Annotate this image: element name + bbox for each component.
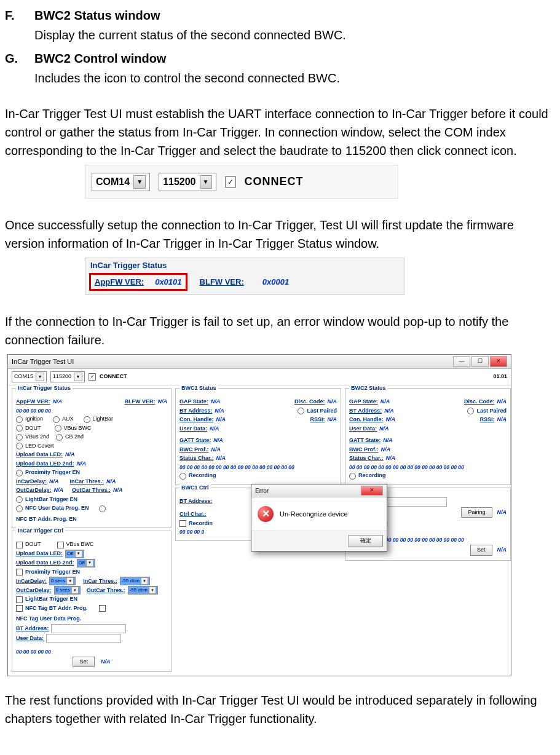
chevron-down-icon[interactable]: ▼ [75,550,82,558]
bwc1-status-group: BWC1 Status GAP State:N/A Disc. Code:N/A… [175,388,341,485]
radio-nfc-user[interactable] [16,505,23,512]
radio-lightbar-en[interactable] [16,496,23,503]
bwcprof-label: BWC Prof.: [179,446,209,454]
check-dout[interactable] [16,542,23,548]
blfw-label: BLFW VER: [200,276,244,288]
nfc-bt-label: NFC BT Addr. Prog. EN [16,515,77,524]
chevron-down-icon[interactable]: ▼ [66,577,74,585]
connect-checkbox[interactable]: ✓ [225,176,236,188]
section-g-desc: Includes the icon to control the second … [34,69,555,87]
radio-label: VBus BWC [64,424,92,433]
dout-label: DOUT [25,540,41,549]
ctrlchar-label: Ctrl Char.: [179,510,207,519]
radio-lastpaired[interactable] [467,408,474,414]
chevron-down-icon[interactable]: ▼ [74,373,82,381]
set-button[interactable]: Set [470,545,492,556]
radio-cb-2nd[interactable] [56,434,63,441]
chevron-down-icon[interactable]: ▼ [141,577,148,585]
radio-label: LightBar [93,415,114,424]
baud-dropdown[interactable]: 115200 ▼ [50,371,85,382]
udl-value: N/A [65,451,75,459]
error-dialog: Error ✕ ✕ Un-Recongnize device 確定 [251,484,387,551]
outcardelay-label: OutCarDelay: [16,486,52,495]
incardelay-label: InCarDelay: [16,577,47,586]
radio-recording[interactable] [179,473,186,480]
gatt-value: N/A [213,437,223,445]
check-lightbar[interactable] [16,596,23,603]
incarthres-dropdown[interactable]: -55 dbm▼ [120,577,150,585]
error-icon: ✕ [258,506,274,522]
pairing-button[interactable]: Pairing [461,507,492,518]
udl2-label: Upload Data LED 2nd: [16,460,74,468]
userdata-label: User Data: [179,425,207,433]
outcardelay-dropdown[interactable]: 0 secs▼ [54,586,81,595]
maximize-icon[interactable]: ☐ [471,356,489,367]
incardelay-dropdown[interactable]: 0 secs▼ [49,577,76,585]
incar-trigger-status-group: InCar Trigger Status AppFW VER: N/A BLFW… [12,388,172,528]
radio-label: AUX [62,415,74,424]
udl-dropdown[interactable]: Off▼ [65,550,84,558]
hex-value: 00 00 00 00 00 [16,407,51,415]
error-titlebar: Error ✕ [251,484,387,497]
radio-lastpaired[interactable] [298,408,304,414]
radio-nfc-bt[interactable] [99,505,106,512]
minimize-icon[interactable]: — [453,356,470,367]
recording-label: Recordin [189,520,213,528]
radio-vbus-bwc[interactable] [55,425,61,432]
incarthres-value: N/A [106,478,116,486]
radio-aux[interactable] [53,416,60,423]
check-prox[interactable] [16,569,23,575]
close-icon[interactable]: ✕ [490,356,507,367]
set-button[interactable]: Set [73,657,95,668]
status-group-title: InCar Trigger Status [90,259,400,272]
window-title: InCar Trigger Test UI [12,357,74,367]
hex-value: 00 00 00 00 00 00 00 00 00 00 00 00 00 0… [179,464,294,472]
chevron-down-icon[interactable]: ▼ [86,559,93,567]
pairing-status: N/A [497,508,507,517]
chevron-down-icon[interactable]: ▼ [133,175,146,189]
check-vbus[interactable] [57,542,64,548]
connect-checkbox[interactable]: ✓ [89,373,96,381]
disc-label: Disc. Code: [294,398,325,406]
radio-vbus-2nd[interactable] [16,434,23,441]
set-status: N/A [497,546,507,555]
radio-recording[interactable] [349,473,356,480]
com-dropdown[interactable]: COM15 ▼ [12,371,47,382]
section-f-letter: F. [5,6,34,25]
radio-ignition[interactable] [16,416,23,423]
baud-value: 115200 [53,373,71,381]
userdata-value: N/A [379,425,389,433]
statuschar-value: N/A [386,454,396,463]
lightbar-label: LightBar Trigger EN [25,595,77,604]
radio-prox[interactable] [16,470,23,476]
rssi-value: N/A [497,416,507,424]
bwcprof-value: N/A [211,446,221,454]
incarthres-value: -55 dbm [122,577,140,585]
chevron-down-icon[interactable]: ▼ [71,587,79,594]
baud-dropdown[interactable]: 115200 ▼ [159,173,216,191]
btaddr-input[interactable] [384,497,447,507]
check-recording[interactable] [179,520,186,527]
com-dropdown[interactable]: COM14 ▼ [92,173,150,191]
chevron-down-icon[interactable]: ▼ [149,587,156,594]
chevron-down-icon[interactable]: ▼ [36,373,44,381]
statuschar-label: Status Char.: [179,454,214,463]
appfw-highlight-box: AppFW VER: 0x0101 [89,273,187,291]
incar-trigger-ctrl-group: InCar Trigger Ctrl DOUT VBus BWC Upload … [12,531,172,672]
radio-lightbar[interactable] [84,416,90,423]
userdata-label: User Data: [349,425,377,433]
close-icon[interactable]: ✕ [361,486,383,496]
incardelay-label: InCarDelay: [16,478,47,486]
udl2-dropdown[interactable]: Off▼ [77,559,96,567]
check-nfc-bt[interactable] [16,605,23,612]
userdata-input[interactable] [46,634,121,643]
conhandle-value: N/A [216,416,226,424]
btaddr-input[interactable] [51,624,126,633]
check-nfc-user[interactable] [99,605,106,612]
connection-toolbar: COM15 ▼ 115200 ▼ ✓ CONNECT 01.01 [8,369,511,385]
chevron-down-icon[interactable]: ▼ [200,175,212,189]
radio-led-covert[interactable] [16,443,23,449]
radio-dout[interactable] [16,425,23,432]
outcarthres-dropdown[interactable]: -55 dbm▼ [128,586,158,595]
ok-button[interactable]: 確定 [349,535,383,547]
